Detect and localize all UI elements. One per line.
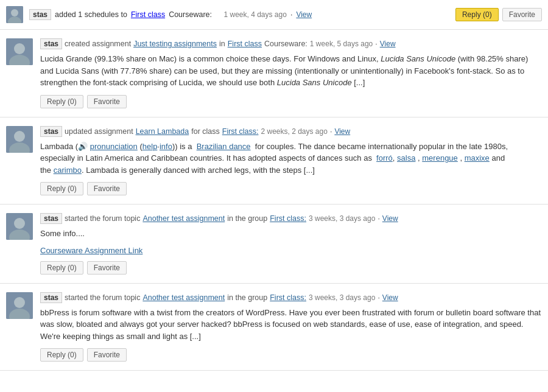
svg-point-4 xyxy=(14,43,25,54)
item-header: stas started the forum topic Another tes… xyxy=(40,213,542,224)
timestamp: 3 weeks, 3 days ago xyxy=(309,214,375,223)
reply-button[interactable]: Reply (0) xyxy=(40,261,83,275)
favorite-button[interactable]: Favorite xyxy=(502,8,542,21)
merengue-link[interactable]: merengue xyxy=(422,153,458,163)
svg-point-13 xyxy=(14,297,25,308)
carimbo-link[interactable]: carimbo xyxy=(54,166,82,175)
salsa-link[interactable]: salsa xyxy=(397,153,415,163)
username: stas xyxy=(40,292,62,303)
maxixe-link[interactable]: maxixe xyxy=(465,153,490,163)
activity-item-1: stas created assignment Just testing ass… xyxy=(0,30,548,117)
reply-button[interactable]: Reply (0) xyxy=(40,95,83,108)
username: stas xyxy=(29,9,51,20)
help-link[interactable]: help xyxy=(142,142,158,151)
group-link[interactable]: First class: xyxy=(270,293,306,302)
activity-item-3: stas started the forum topic Another tes… xyxy=(0,205,548,284)
assignment-link[interactable]: Just testing assignments xyxy=(133,40,217,48)
action-text2: in the group xyxy=(227,293,267,302)
action-text2: in the group xyxy=(227,214,267,223)
forro-link[interactable]: forró xyxy=(376,153,393,163)
item-header: stas created assignment Just testing ass… xyxy=(40,38,542,49)
view-link[interactable]: View xyxy=(296,10,312,19)
avatar xyxy=(6,6,23,23)
username: stas xyxy=(40,126,62,137)
forum-topic-link[interactable]: Another test assignment xyxy=(142,214,225,223)
item-body: Lucida Grande (99.13% share on Mac) is a… xyxy=(40,53,542,89)
courseware-assignment-link[interactable]: Courseware Assignment Link xyxy=(40,246,542,255)
timestamp: 2 weeks, 2 days ago xyxy=(261,127,327,136)
class-link[interactable]: First class: xyxy=(222,127,259,136)
top-activity-item: stas added 1 schedules to First class Co… xyxy=(0,0,548,30)
dance-link[interactable]: Brazilian dance xyxy=(197,142,251,151)
action-text3: Courseware: xyxy=(264,40,307,48)
item-header: stas started the forum topic Another tes… xyxy=(40,292,542,303)
item-body: Lambada (🔊 pronunciation (help·info)) is… xyxy=(40,141,542,177)
top-row-content: stas added 1 schedules to First class Co… xyxy=(29,9,449,20)
reply-button[interactable]: Reply (0) xyxy=(455,8,499,21)
view-link[interactable]: View xyxy=(382,214,398,223)
svg-point-7 xyxy=(14,131,25,142)
svg-point-10 xyxy=(14,218,25,229)
view-link[interactable]: View xyxy=(382,293,398,302)
action-text2: for class xyxy=(191,127,220,136)
item-header: stas updated assignment Learn Lambada fo… xyxy=(40,126,542,137)
action-text: started the forum topic xyxy=(65,214,140,223)
action-text: added 1 schedules to xyxy=(55,10,127,19)
class-link[interactable]: First class xyxy=(228,40,262,48)
svg-point-1 xyxy=(11,9,18,16)
timestamp: 1 week, 4 days ago xyxy=(223,10,286,19)
view-link[interactable]: View xyxy=(334,127,350,136)
timestamp: 3 weeks, 3 days ago xyxy=(309,293,375,302)
action-text: updated assignment xyxy=(65,127,133,136)
top-row-actions: Reply (0) Favorite xyxy=(455,8,542,21)
item-content: stas updated assignment Learn Lambada fo… xyxy=(40,126,542,196)
avatar xyxy=(6,213,33,240)
item-body: bbPress is forum software with a twist f… xyxy=(40,307,542,343)
item-body: Some info.... xyxy=(40,228,542,240)
item-content: stas started the forum topic Another tes… xyxy=(40,213,542,275)
item-actions: Reply (0) Favorite xyxy=(40,182,542,195)
reply-button[interactable]: Reply (0) xyxy=(40,182,83,195)
info-link[interactable]: info xyxy=(160,142,172,151)
view-link[interactable]: View xyxy=(380,40,396,48)
item-content: stas started the forum topic Another tes… xyxy=(40,292,542,362)
favorite-button[interactable]: Favorite xyxy=(87,95,127,108)
action-text: started the forum topic xyxy=(65,293,140,302)
group-link[interactable]: First class: xyxy=(270,214,306,223)
assignment-link[interactable]: Learn Lambada xyxy=(136,127,189,136)
username: stas xyxy=(40,213,62,224)
action-text2: in xyxy=(219,40,225,48)
avatar xyxy=(6,38,33,65)
avatar xyxy=(6,126,33,153)
activity-item-4: stas started the forum topic Another tes… xyxy=(0,284,548,371)
item-actions: Reply (0) Favorite xyxy=(40,348,542,362)
action-text: created assignment xyxy=(65,40,131,48)
favorite-button[interactable]: Favorite xyxy=(87,348,127,362)
item-actions: Reply (0) Favorite xyxy=(40,95,542,108)
favorite-button[interactable]: Favorite xyxy=(87,182,127,195)
first-class-link[interactable]: First class xyxy=(131,10,165,19)
item-content: stas created assignment Just testing ass… xyxy=(40,38,542,108)
item-actions: Reply (0) Favorite xyxy=(40,261,542,275)
reply-button[interactable]: Reply (0) xyxy=(40,348,83,362)
activity-list: stas added 1 schedules to First class Co… xyxy=(0,0,548,371)
timestamp: 1 week, 5 days ago xyxy=(310,40,373,48)
pronunciation-link[interactable]: pronunciation xyxy=(90,142,138,151)
action-text2: Courseware: xyxy=(169,10,212,19)
activity-item-2: stas updated assignment Learn Lambada fo… xyxy=(0,117,548,205)
forum-topic-link[interactable]: Another test assignment xyxy=(142,293,225,302)
avatar xyxy=(6,292,33,319)
favorite-button[interactable]: Favorite xyxy=(87,261,127,275)
username: stas xyxy=(40,38,62,49)
